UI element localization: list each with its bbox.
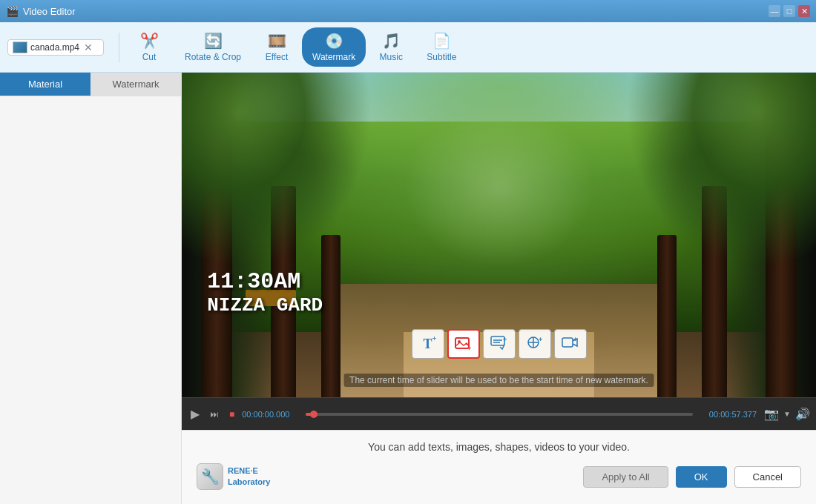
progress-bar[interactable]: [306, 413, 693, 416]
app-title: Video Editor: [23, 6, 76, 17]
play-button[interactable]: ▶: [188, 405, 203, 422]
app-icon: 🎬: [6, 5, 19, 17]
add-video-watermark-button[interactable]: +: [554, 329, 587, 359]
restore-button[interactable]: □: [783, 5, 795, 17]
file-thumbnail: [13, 42, 27, 53]
add-shape-icon: +: [525, 334, 544, 354]
subtitle-icon: 📄: [432, 32, 451, 50]
tab-watermark[interactable]: 💿 Watermark: [302, 27, 366, 67]
add-text-icon: T +: [423, 336, 432, 352]
tab-subtitle-label: Subtitle: [427, 52, 456, 62]
main-content: Material Watermark: [0, 73, 816, 504]
tab-subtitle[interactable]: 📄 Subtitle: [416, 27, 467, 67]
tab-rotate-crop-label: Rotate & Crop: [185, 52, 241, 62]
progress-handle[interactable]: [310, 411, 317, 418]
svg-rect-11: [562, 338, 573, 347]
logo-line2: Laboratory: [228, 477, 270, 488]
hint-text: The current time of slider will be used …: [343, 374, 654, 387]
close-file-button[interactable]: ✕: [82, 42, 94, 53]
time-start: 00:00:00.000: [242, 410, 301, 419]
tab-music-label: Music: [380, 52, 403, 62]
file-name: canada.mp4: [30, 42, 79, 53]
svg-text:+: +: [467, 345, 471, 352]
title-bar: 🎬 Video Editor — □ ✕: [0, 0, 816, 22]
tab-effect-label: Effect: [266, 52, 288, 62]
time-end: 00:00:57.377: [697, 410, 757, 419]
camera-icon[interactable]: 📷: [764, 407, 779, 421]
tab-rotate-crop[interactable]: 🔄 Rotate & Crop: [174, 27, 251, 67]
stop-button[interactable]: ■: [226, 408, 237, 421]
music-icon: 🎵: [382, 32, 401, 50]
video-container: 11:30AM NIZZA GARD T +: [182, 73, 816, 397]
watermark-icon: 💿: [325, 32, 343, 50]
volume-icon[interactable]: 🔊: [795, 407, 810, 421]
add-video-wm-icon: +: [561, 334, 580, 354]
next-frame-button[interactable]: ⏭: [207, 408, 222, 421]
video-overlay: 11:30AM NIZZA GARD: [207, 269, 323, 316]
ok-button[interactable]: OK: [676, 466, 727, 488]
minimize-button[interactable]: —: [769, 5, 780, 17]
effect-icon: 🎞️: [268, 32, 286, 50]
svg-text:+: +: [539, 336, 542, 343]
video-text-time: 11:30AM: [207, 269, 323, 294]
logo-area: 🔧 RENE·E Laboratory: [197, 463, 270, 490]
sidebar: Material Watermark: [0, 73, 182, 504]
add-shape-button[interactable]: +: [519, 329, 551, 359]
logo-text: RENE·E Laboratory: [228, 465, 270, 488]
add-image-button[interactable]: +: [447, 329, 480, 359]
bottom-actions: 🔧 RENE·E Laboratory Apply to All OK Canc…: [197, 463, 801, 490]
watermark-toolbar: T + +: [412, 329, 587, 359]
add-subtitle-watermark-button[interactable]: +: [483, 329, 516, 359]
add-text-button[interactable]: T +: [412, 329, 444, 359]
add-image-icon: +: [454, 336, 473, 352]
playback-bar: ▶ ⏭ ■ 00:00:00.000 00:00:57.377 📷 ▼ 🔊: [182, 397, 816, 430]
title-bar-left: 🎬 Video Editor: [6, 5, 76, 17]
bottom-panel: You can add texts, images, shapes, video…: [182, 430, 816, 504]
title-bar-controls: — □ ✕: [769, 5, 810, 17]
logo-icon: 🔧: [197, 463, 223, 490]
tab-cut[interactable]: ✂️ Cut: [127, 27, 171, 67]
apply-to-all-button[interactable]: Apply to All: [583, 466, 668, 488]
rotate-icon: 🔄: [204, 32, 223, 50]
tab-cut-label: Cut: [142, 52, 157, 62]
sidebar-tabs: Material Watermark: [0, 73, 181, 96]
svg-text:+: +: [573, 336, 577, 343]
cut-icon: ✂️: [140, 32, 159, 50]
dropdown-arrow-icon[interactable]: ▼: [783, 410, 791, 418]
video-area: 11:30AM NIZZA GARD T +: [182, 73, 816, 504]
sidebar-tab-watermark[interactable]: Watermark: [91, 73, 181, 96]
video-frame: 11:30AM NIZZA GARD T +: [182, 73, 816, 397]
toolbar: canada.mp4 ✕ ✂️ Cut 🔄 Rotate & Crop 🎞️ E…: [0, 22, 816, 73]
add-subtitle-wm-icon: +: [490, 334, 509, 354]
tab-music[interactable]: 🎵 Music: [369, 27, 413, 67]
logo-line1: RENE·E: [228, 465, 270, 477]
bottom-message: You can add texts, images, shapes, video…: [368, 441, 630, 453]
sidebar-tab-material[interactable]: Material: [0, 73, 91, 96]
tab-effect[interactable]: 🎞️ Effect: [254, 27, 299, 67]
cancel-button[interactable]: Cancel: [734, 466, 801, 488]
tab-watermark-label: Watermark: [312, 52, 355, 62]
video-text-place: NIZZA GARD: [207, 294, 323, 316]
svg-text:+: +: [503, 336, 507, 343]
close-button[interactable]: ✕: [798, 5, 810, 17]
sidebar-content: [0, 96, 181, 504]
